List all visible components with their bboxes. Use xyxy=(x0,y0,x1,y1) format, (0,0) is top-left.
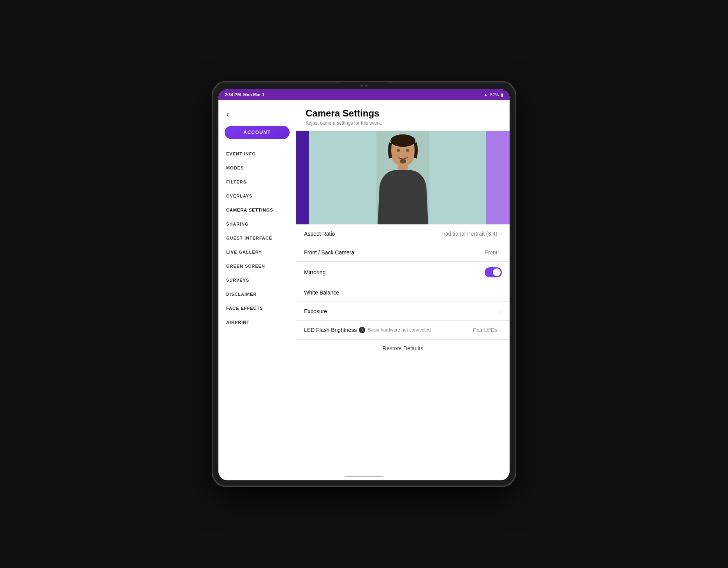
panel-header: Camera Settings Adjust camera settings f… xyxy=(296,100,510,131)
sidebar-item-green-screen[interactable]: GREEN SCREEN xyxy=(218,259,296,273)
chevron-icon: › xyxy=(500,289,502,296)
settings-row-white-balance[interactable]: White Balance › xyxy=(296,283,510,302)
settings-row-led-flash[interactable]: LED Flash Brightness i Salsa hardware no… xyxy=(296,321,510,339)
sidebar-item-filters[interactable]: FILTERS xyxy=(218,175,296,189)
tablet-shell: 2:34 PM Mon Mar 1 ▲ 52% ▮ ‹ ACCOUNT EVEN… xyxy=(212,81,516,487)
sidebar-item-disclaimer[interactable]: DISCLAIMER xyxy=(218,287,296,301)
preview-right-bar xyxy=(486,131,510,224)
chevron-icon: › xyxy=(500,326,502,333)
exposure-value: › xyxy=(500,308,502,315)
led-flash-label: LED Flash Brightness xyxy=(304,327,357,333)
sidebar-item-camera-settings[interactable]: CAMERA SETTINGS xyxy=(218,203,296,217)
chevron-icon: › xyxy=(500,249,502,256)
svg-point-5 xyxy=(390,134,415,147)
info-badge: i xyxy=(359,327,365,333)
svg-point-6 xyxy=(400,159,406,164)
sidebar-item-overlays[interactable]: OVERLAYS xyxy=(218,189,296,203)
sidebar-item-guest-interface[interactable]: GUEST INTERFACE xyxy=(218,231,296,245)
main-panel: Camera Settings Adjust camera settings f… xyxy=(296,100,510,480)
restore-row[interactable]: Restore Defaults xyxy=(296,339,510,357)
camera-value: Front › xyxy=(485,249,502,256)
tablet-screen: 2:34 PM Mon Mar 1 ▲ 52% ▮ ‹ ACCOUNT EVEN… xyxy=(218,89,510,480)
sidebar-item-face-effects[interactable]: FACE EFFECTS xyxy=(218,301,296,315)
camera-bar xyxy=(341,82,387,89)
wifi-icon: ▲ xyxy=(484,92,488,97)
status-time: 2:34 PM Mon Mar 1 xyxy=(225,92,264,97)
mirroring-toggle[interactable] xyxy=(485,267,502,277)
battery-text: 52% xyxy=(490,92,499,97)
camera-dot-2 xyxy=(365,85,368,87)
back-arrow-icon[interactable]: ‹ xyxy=(226,109,229,120)
status-right: ▲ 52% ▮ xyxy=(484,92,503,97)
sidebar-item-airprint[interactable]: AIRPRINT xyxy=(218,315,296,329)
chevron-icon: › xyxy=(500,308,502,315)
settings-row-camera[interactable]: Front / Back Camera Front › xyxy=(296,243,510,262)
led-value: Pair LEDs › xyxy=(473,326,502,333)
page-subtitle: Adjust camera settings for this event. xyxy=(306,120,500,126)
white-balance-value: › xyxy=(500,289,502,296)
page-title: Camera Settings xyxy=(306,108,500,119)
sidebar-item-surveys[interactable]: SURVEYS xyxy=(218,273,296,287)
preview-left-bar xyxy=(296,131,309,224)
settings-row-exposure[interactable]: Exposure › xyxy=(296,302,510,321)
sidebar-item-live-gallery[interactable]: LIVE GALLERY xyxy=(218,245,296,259)
toggle-thumb xyxy=(493,268,501,276)
restore-defaults-button[interactable]: Restore Defaults xyxy=(383,345,423,351)
sidebar-item-sharing[interactable]: SHARING xyxy=(218,217,296,231)
chevron-icon: › xyxy=(500,230,502,237)
back-button[interactable]: ‹ xyxy=(218,106,296,126)
svg-point-4 xyxy=(406,149,409,152)
sidebar-item-event-info[interactable]: EVENT INFO xyxy=(218,147,296,161)
svg-point-3 xyxy=(397,149,400,152)
person-preview xyxy=(364,131,442,224)
camera-label: Front / Back Camera xyxy=(304,249,354,256)
aspect-ratio-label: Aspect Ratio xyxy=(304,231,335,237)
battery-icon: ▮ xyxy=(501,92,503,97)
white-balance-label: White Balance xyxy=(304,289,339,296)
home-indicator xyxy=(345,476,383,477)
camera-dot xyxy=(360,85,363,87)
account-button[interactable]: ACCOUNT xyxy=(225,126,290,139)
settings-row-mirroring[interactable]: Mirroring xyxy=(296,262,510,283)
settings-row-aspect-ratio[interactable]: Aspect Ratio Traditional Portrait (3:4) … xyxy=(296,224,510,243)
led-info-text: Salsa hardware not connected xyxy=(368,327,431,333)
status-bar: 2:34 PM Mon Mar 1 ▲ 52% ▮ xyxy=(218,89,510,100)
camera-preview xyxy=(296,131,510,224)
sidebar: ‹ ACCOUNT EVENT INFO MODES FILTERS OVERL… xyxy=(218,100,296,480)
exposure-label: Exposure xyxy=(304,308,327,314)
settings-list: Aspect Ratio Traditional Portrait (3:4) … xyxy=(296,224,510,480)
aspect-ratio-value: Traditional Portrait (3:4) › xyxy=(440,230,502,237)
mirroring-label: Mirroring xyxy=(304,269,325,275)
app-content: ‹ ACCOUNT EVENT INFO MODES FILTERS OVERL… xyxy=(218,100,510,480)
sidebar-item-modes[interactable]: MODES xyxy=(218,161,296,175)
